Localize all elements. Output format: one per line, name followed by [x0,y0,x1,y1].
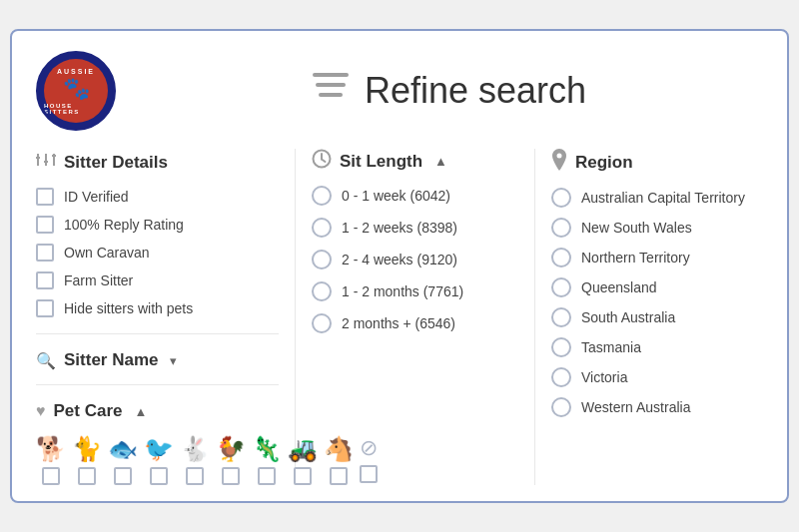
rabbit-icon: 🐇 [180,435,210,463]
region-tas[interactable]: Tasmania [551,337,763,357]
region-nsw[interactable]: New South Wales [551,218,763,238]
sit-length-title: Sit Length [340,152,422,172]
region-label-nsw: New South Wales [581,220,692,236]
cb-label-own-caravan: Own Caravan [64,245,150,261]
svg-rect-0 [313,73,349,77]
radio-1-2-weeks[interactable]: 1 - 2 weeks (8398) [312,218,518,238]
region-label-vic: Victoria [581,369,627,385]
logo: AUSSIE 🐾 HOUSE SITTERS [36,51,116,131]
checkbox-own-caravan[interactable]: Own Caravan [36,244,279,262]
radio-1-2-months[interactable]: 1 - 2 months (7761) [312,281,518,301]
radio-0-1-week[interactable]: 0 - 1 week (6042) [312,186,518,206]
pet-cb-rabbit[interactable] [186,467,204,485]
radio-circle-1-2-months[interactable] [312,281,332,301]
sit-length-options: 0 - 1 week (6042) 1 - 2 weeks (8398) 2 -… [312,186,518,333]
radio-label-1-2-weeks: 1 - 2 weeks (8398) [342,220,457,236]
pet-col-cat: 🐈 [72,435,102,485]
region-circle-tas[interactable] [551,337,571,357]
checkbox-farm-sitter[interactable]: Farm Sitter [36,271,279,289]
region-label-qld: Queensland [581,279,657,295]
pet-cb-poultry[interactable] [222,467,240,485]
checkbox-reply-rating[interactable]: 100% Reply Rating [36,216,279,234]
pet-care-section: ♥ Pet Care ▲ 🐕 🐈 🐟 [36,384,279,485]
checkbox-id-verified[interactable]: ID Verified [36,188,279,206]
radio-2-months-plus[interactable]: 2 months + (6546) [312,313,518,333]
sitter-details-title: Sitter Details [64,153,168,173]
region-nt[interactable]: Northern Territory [551,248,763,267]
pet-col-poultry: 🐓 [216,435,246,485]
search-icon: 🔍 [36,351,56,370]
radio-label-1-2-months: 1 - 2 months (7761) [342,283,463,299]
pet-col-rabbit: 🐇 [180,435,210,485]
radio-label-2-months-plus: 2 months + (6546) [342,315,455,331]
cb-reply-rating[interactable] [36,216,54,234]
region-vic[interactable]: Victoria [551,367,763,387]
region-act[interactable]: Australian Capital Territory [551,188,763,208]
location-icon [551,149,567,176]
radio-label-0-1-week: 0 - 1 week (6042) [342,188,450,204]
radio-label-2-4-weeks: 2 - 4 weeks (9120) [342,252,457,267]
sitter-name-chevron[interactable]: ▾ [170,353,177,368]
sitter-name-header[interactable]: 🔍 Sitter Name ▾ [36,344,279,376]
pet-care-header[interactable]: ♥ Pet Care ▲ [36,395,279,427]
region-circle-nt[interactable] [551,248,571,267]
pet-col-reptile: 🦎 [252,435,282,485]
region-sa[interactable]: South Australia [551,307,763,327]
region-wa[interactable]: Western Australia [551,397,763,417]
cb-own-caravan[interactable] [36,244,54,262]
region-circle-act[interactable] [551,188,571,208]
region-label-act: Australian Capital Territory [581,190,745,206]
refine-search-icon [309,65,353,118]
checkbox-hide-pets[interactable]: Hide sitters with pets [36,299,279,317]
pet-col-fish: 🐟 [108,435,138,485]
region-circle-wa[interactable] [551,397,571,417]
region-label-nt: Northern Territory [581,250,690,266]
pet-cb-cat[interactable] [78,467,96,485]
fish-icon: 🐟 [108,435,138,463]
pet-cb-reptile[interactable] [258,467,276,485]
sitter-details-column: Sitter Details ID Verified 100% Reply Ra… [36,149,296,485]
heart-icon: ♥ [36,402,46,420]
pet-cb-fish[interactable] [114,467,132,485]
region-header: Region [551,149,763,176]
radio-circle-0-1-week[interactable] [312,186,332,206]
title-block: Refine search [132,65,763,118]
bird-icon: 🐦 [144,435,174,463]
cb-id-verified[interactable] [36,188,54,206]
radio-circle-1-2-weeks[interactable] [312,218,332,238]
sitter-name-section: 🔍 Sitter Name ▾ [36,333,279,376]
region-circle-vic[interactable] [551,367,571,387]
region-circle-sa[interactable] [551,307,571,327]
radio-2-4-weeks[interactable]: 2 - 4 weeks (9120) [312,250,518,269]
main-grid: Sitter Details ID Verified 100% Reply Ra… [36,149,763,485]
cb-label-reply-rating: 100% Reply Rating [64,217,184,233]
pet-col-dog: 🐕 [36,435,66,485]
sitter-name-title: Sitter Name [64,350,158,370]
region-circle-qld[interactable] [551,277,571,297]
svg-rect-1 [316,83,346,87]
region-label-sa: South Australia [581,309,675,325]
sit-length-column: Sit Length ▲ 0 - 1 week (6042) 1 - 2 wee… [296,149,535,485]
region-circle-nsw[interactable] [551,218,571,238]
pet-cb-bird[interactable] [150,467,168,485]
pet-icons-row: 🐕 🐈 🐟 🐦 [36,435,279,485]
sit-length-chevron[interactable]: ▲ [434,154,447,169]
pet-cb-dog[interactable] [42,467,60,485]
svg-rect-2 [319,93,343,97]
radio-circle-2-4-weeks[interactable] [312,250,332,269]
cb-farm-sitter[interactable] [36,271,54,289]
region-qld[interactable]: Queensland [551,277,763,297]
pet-care-title: Pet Care [54,401,123,421]
logo-paw-icon: 🐾 [63,76,90,102]
cb-label-id-verified: ID Verified [64,189,129,205]
reptile-icon: 🦎 [252,435,282,463]
logo-text-bottom: HOUSE SITTERS [44,103,108,115]
logo-text-top: AUSSIE [57,68,95,75]
clock-icon [312,149,332,174]
cb-hide-pets[interactable] [36,299,54,317]
region-label-tas: Tasmania [581,339,641,355]
radio-circle-2-months-plus[interactable] [312,313,332,333]
pet-care-chevron[interactable]: ▲ [134,404,147,419]
cat-icon: 🐈 [72,435,102,463]
poultry-icon: 🐓 [216,435,246,463]
